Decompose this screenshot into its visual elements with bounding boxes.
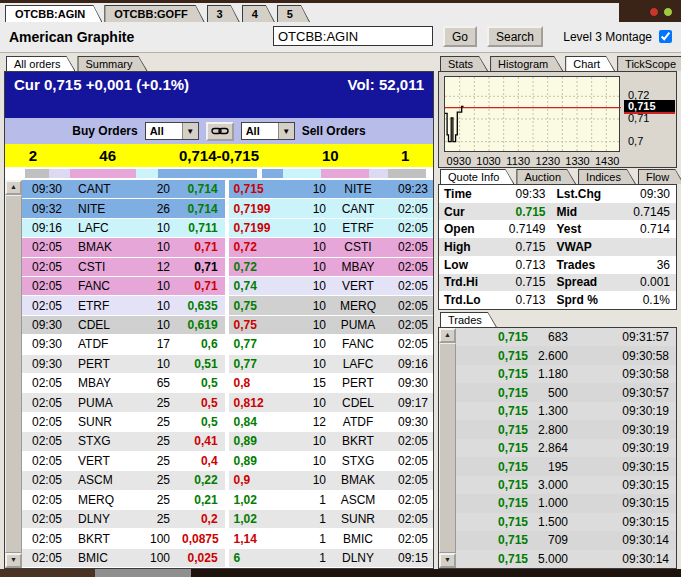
sell-filter-select[interactable]: All ▼ xyxy=(241,122,295,140)
scrollbar-thumb[interactable] xyxy=(5,195,22,553)
book-row[interactable]: 02:05BMIC1000,02561DLNY09:15 xyxy=(22,549,433,568)
tab-chart[interactable]: Chart xyxy=(565,56,615,71)
book-row[interactable]: 09:30PERT100,510,7710LAFC09:16 xyxy=(22,355,433,374)
x-axis-tick: 1230 xyxy=(536,155,560,167)
scroll-down-icon[interactable]: ▼ xyxy=(5,553,22,568)
trade-row[interactable]: 0,7152.60009:30:58 xyxy=(456,346,676,364)
chevron-down-icon[interactable]: ▼ xyxy=(182,123,198,139)
tab-tickscope[interactable]: TickScope xyxy=(617,56,681,71)
scroll-up-icon[interactable]: ▲ xyxy=(439,328,456,343)
book-row[interactable]: 02:05BKRT1000,08751,141BMIC02:05 xyxy=(22,529,433,548)
trade-row[interactable]: 0,7151.50009:30:15 xyxy=(456,513,676,531)
trade-size: 5.000 xyxy=(528,552,598,566)
trade-size: 1.000 xyxy=(528,496,598,510)
trade-row[interactable]: 0,71550009:30:57 xyxy=(456,383,676,401)
tab-quote-info[interactable]: Quote Info xyxy=(440,169,514,184)
ask-mm: BMAK xyxy=(334,473,382,487)
tab-trades[interactable]: Trades xyxy=(440,312,497,327)
depth-segment xyxy=(136,169,158,178)
window-dot-red-icon[interactable] xyxy=(649,7,659,17)
scrollbar-thumb[interactable] xyxy=(439,343,456,553)
trade-size: 1.500 xyxy=(528,515,598,529)
ask-price: 0,72 xyxy=(229,260,295,274)
ask-time: 02:05 xyxy=(382,221,428,235)
bid-side: 09:30CDEL100,619 xyxy=(22,316,225,334)
tab-histogram[interactable]: Histogram xyxy=(490,56,563,71)
trade-row[interactable]: 0,7152.80009:30:19 xyxy=(456,420,676,438)
app-tab-3[interactable]: 3 xyxy=(207,5,240,22)
trade-time: 09:30:15 xyxy=(598,515,676,529)
book-row[interactable]: 02:05PUMA250,50,81210CDEL09:17 xyxy=(22,393,433,412)
depth-segment xyxy=(158,169,257,178)
chevron-down-icon[interactable]: ▼ xyxy=(278,123,294,139)
montage-checkbox[interactable] xyxy=(659,30,672,43)
info-tab-bar: Quote InfoAuctionIndicesFlow xyxy=(440,169,681,184)
orders-box: Cur 0,715 +0,001 (+0.1%) Vol: 52,011 Buy… xyxy=(4,71,434,569)
book-row[interactable]: 09:32NITE260,7140,719910CANT02:05 xyxy=(22,199,433,218)
order-book-scrollbar[interactable]: ▲ ▼ xyxy=(5,180,22,568)
book-row[interactable]: 02:05STXG250,410,8910BKRT02:05 xyxy=(22,432,433,451)
trade-row[interactable]: 0,71519509:30:15 xyxy=(456,457,676,475)
trade-time: 09:30:15 xyxy=(598,478,676,492)
book-row[interactable]: 02:05VERT250,40,8910STXG02:05 xyxy=(22,452,433,471)
ask-side: 61DLNY09:15 xyxy=(229,549,433,567)
ask-mm: CANT xyxy=(334,202,382,216)
book-row[interactable]: 02:05MBAY650,50,815PERT09:30 xyxy=(22,374,433,393)
app-tab-4[interactable]: 4 xyxy=(242,5,275,22)
trade-time: 09:30:19 xyxy=(598,441,676,455)
app-tab-5[interactable]: 5 xyxy=(277,5,310,22)
quote-label: Sprd % xyxy=(552,293,616,307)
book-row[interactable]: 02:05MERQ250,211,021ASCM02:05 xyxy=(22,491,433,510)
trades-scrollbar[interactable]: ▲ ▼ xyxy=(439,328,456,568)
app-tab-otcbb-agin[interactable]: OTCBB:AGIN xyxy=(5,5,102,22)
ask-total-size: 10 xyxy=(283,147,377,164)
book-row[interactable]: 09:30CDEL100,6190,7510PUMA02:05 xyxy=(22,316,433,335)
bid-time: 09:30 xyxy=(32,182,78,196)
book-row[interactable]: 02:05ASCM250,220,910BMAK02:05 xyxy=(22,471,433,490)
book-row[interactable]: 02:05FANC100,710,7410VERT02:05 xyxy=(22,277,433,296)
ask-mm: ATDF xyxy=(334,415,382,429)
go-button[interactable]: Go xyxy=(443,26,477,47)
book-row[interactable]: 02:05ETRF100,6350,7510MERQ02:05 xyxy=(22,296,433,315)
book-row[interactable]: 09:16LAFC100,7110,719910ETRF02:05 xyxy=(22,219,433,238)
search-button[interactable]: Search xyxy=(487,26,543,47)
trade-row[interactable]: 0,71570909:30:14 xyxy=(456,531,676,549)
ask-size: 10 xyxy=(295,299,334,313)
tab-all-orders[interactable]: All orders xyxy=(6,56,75,71)
scroll-up-icon[interactable]: ▲ xyxy=(5,180,22,195)
app-tab-otcbb-goff[interactable]: OTCBB:GOFF xyxy=(104,5,204,22)
tab-auction[interactable]: Auction xyxy=(516,169,576,184)
buy-filter-select[interactable]: All ▼ xyxy=(145,122,199,140)
scroll-down-icon[interactable]: ▼ xyxy=(439,553,456,568)
trade-row[interactable]: 0,7151.00009:30:15 xyxy=(456,494,676,512)
quote-label: Cur xyxy=(439,205,491,219)
link-filters-button[interactable] xyxy=(206,122,234,141)
book-row[interactable]: 09:30ATDF170,60,7710FANC02:05 xyxy=(22,335,433,354)
book-row[interactable]: 09:30CANT200,7140,71510NITE09:23 xyxy=(22,180,433,199)
quote-label: Trades xyxy=(552,258,616,272)
window-dot-green-icon[interactable] xyxy=(663,7,673,17)
symbol-input[interactable] xyxy=(273,26,433,46)
bid-mm: LAFC xyxy=(78,221,138,235)
tab-summary[interactable]: Summary xyxy=(77,56,147,71)
book-row[interactable]: 02:05DLNY250,21,021SUNR02:05 xyxy=(22,510,433,529)
trade-row[interactable]: 0,7155.00009:30:14 xyxy=(456,550,676,568)
trade-row[interactable]: 0,7151.30009:30:19 xyxy=(456,402,676,420)
tab-flow[interactable]: Flow xyxy=(638,169,681,184)
trade-size: 195 xyxy=(528,460,598,474)
trade-row[interactable]: 0,7152.86409:30:19 xyxy=(456,439,676,457)
trade-row[interactable]: 0,7151.18009:30:58 xyxy=(456,365,676,383)
book-row[interactable]: 02:05BMAK100,710,7210CSTI02:05 xyxy=(22,238,433,257)
ask-time: 02:05 xyxy=(382,454,428,468)
quote-label: Lst.Chg xyxy=(552,187,616,201)
book-row[interactable]: 02:05CSTI120,710,7210MBAY02:05 xyxy=(22,258,433,277)
trade-row[interactable]: 0,7153.00009:30:15 xyxy=(456,476,676,494)
ask-time: 02:05 xyxy=(382,240,428,254)
tab-indices[interactable]: Indices xyxy=(578,169,636,184)
y-axis-tick: 0,71 xyxy=(624,112,675,124)
trade-row[interactable]: 0,71568309:31:57 xyxy=(456,328,676,346)
book-row[interactable]: 02:05SUNR250,50,8412ATDF09:30 xyxy=(22,413,433,432)
ask-size: 10 xyxy=(295,221,334,235)
bid-size: 25 xyxy=(138,512,182,526)
tab-stats[interactable]: Stats xyxy=(440,56,488,71)
